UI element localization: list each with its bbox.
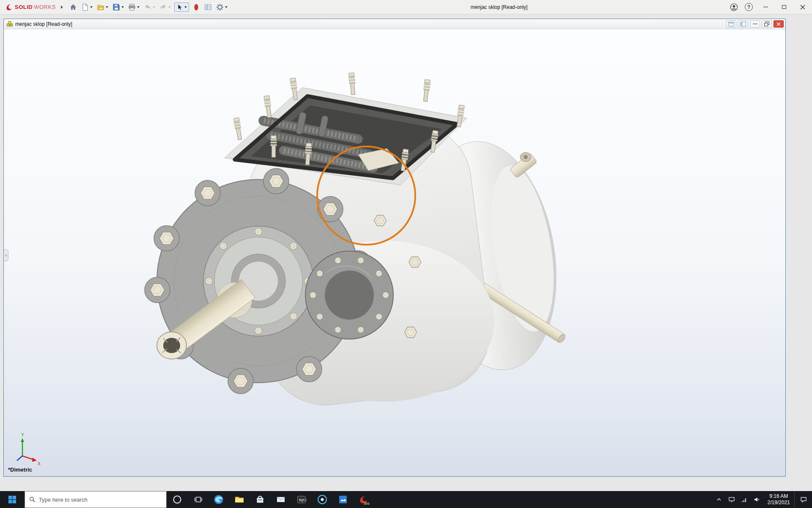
gearbox-model[interactable] <box>145 73 572 412</box>
speaker-icon <box>754 496 760 503</box>
graphics-viewport[interactable]: Y X *Dimetric <box>4 29 785 476</box>
app-client-area: menjac sklop [Read-only] <box>0 14 812 491</box>
account-icon <box>730 3 738 11</box>
redo-button[interactable] <box>157 1 173 13</box>
app-maximize-button[interactable] <box>775 0 793 14</box>
open-button[interactable] <box>95 1 110 13</box>
app-titlebar: SOLIDWORKS <box>0 0 812 14</box>
tray-display-button[interactable] <box>725 491 738 508</box>
y-axis-arrow <box>21 438 24 442</box>
undo-icon <box>144 3 151 11</box>
tray-chevron-button[interactable] <box>713 491 725 508</box>
taskbar-search[interactable] <box>25 491 167 508</box>
taskbar-app-edge[interactable] <box>208 491 229 508</box>
rebuild-button[interactable] <box>190 1 202 13</box>
action-center-button[interactable] <box>794 491 812 508</box>
search-icon <box>29 496 36 503</box>
start-button[interactable] <box>0 491 25 508</box>
document-titlebar[interactable]: menjac sklop [Read-only] <box>4 19 785 29</box>
restore-icon <box>764 22 769 26</box>
clock-time: 9:16 AM <box>768 493 790 500</box>
system-tray: 9:16 AM 2/19/2021 <box>713 491 812 508</box>
windows-logo-icon <box>8 495 16 504</box>
print-button[interactable] <box>126 1 142 13</box>
side-cover <box>305 251 393 339</box>
console-glyph: &gt;_ <box>299 498 307 502</box>
tray-network-button[interactable] <box>738 491 751 508</box>
help-button[interactable]: ? <box>745 3 753 11</box>
taskbar-app-file-explorer[interactable] <box>229 491 250 508</box>
view-orientation-label: *Dimetric <box>8 467 32 473</box>
select-tool-button[interactable] <box>174 3 189 12</box>
taskbar-app-photos[interactable] <box>332 491 353 508</box>
taskbar-app-mail[interactable] <box>270 491 291 508</box>
new-document-button[interactable] <box>79 1 95 13</box>
panel-expand-handle[interactable] <box>4 249 8 261</box>
document-window: menjac sklop [Read-only] <box>3 19 786 477</box>
cortana-button[interactable] <box>167 491 187 508</box>
mail-icon <box>275 494 286 505</box>
brand-works: WORKS <box>34 4 56 10</box>
home-icon <box>69 3 77 11</box>
search-input[interactable] <box>39 497 162 503</box>
dropdown-caret-icon <box>90 6 93 8</box>
solidworks-logo: SOLIDWORKS <box>0 3 59 11</box>
cortana-icon <box>173 495 182 504</box>
dropdown-caret-icon <box>137 6 140 8</box>
doc-minimize-button[interactable] <box>750 20 760 28</box>
z-axis-line <box>17 456 22 461</box>
dropdown-caret-icon <box>106 6 108 8</box>
solidworks-version-badge: 2021 <box>364 502 370 505</box>
dropdown-caret-icon <box>168 6 171 8</box>
minimize-icon <box>763 7 768 7</box>
undo-button[interactable] <box>142 1 157 13</box>
doc-close-button[interactable] <box>774 20 784 28</box>
layout-pane-icon <box>728 22 734 27</box>
app-minimize-button[interactable] <box>756 0 775 14</box>
redo-icon <box>159 3 167 11</box>
task-view-icon <box>193 495 203 504</box>
home-button[interactable] <box>67 1 79 13</box>
photos-icon <box>337 494 348 505</box>
new-document-icon <box>81 3 89 11</box>
print-icon <box>128 3 136 11</box>
tray-volume-button[interactable] <box>751 491 763 508</box>
taskbar-app-media[interactable] <box>312 491 332 508</box>
options-button[interactable] <box>214 1 230 13</box>
layout-split-icon <box>740 22 746 27</box>
close-icon <box>800 5 805 10</box>
3d-model-canvas[interactable]: Y X <box>4 29 785 476</box>
assembly-document-icon <box>6 21 13 27</box>
menu-flyout-chevron-icon[interactable] <box>61 6 63 9</box>
dropdown-caret-icon <box>153 6 155 8</box>
gear-icon <box>216 3 224 11</box>
taskbar-app-console[interactable]: &gt;_ <box>291 491 312 508</box>
taskbar-app-solidworks[interactable]: 2021 <box>353 491 374 508</box>
doc-layout-button-1[interactable] <box>726 20 736 28</box>
task-view-button[interactable] <box>187 491 208 508</box>
doc-restore-button[interactable] <box>762 20 772 28</box>
help-icon: ? <box>747 4 750 10</box>
file-properties-button[interactable] <box>202 1 214 13</box>
media-player-icon <box>317 494 328 505</box>
solidworks-app-icon: 2021 <box>358 494 370 505</box>
edge-browser-icon <box>213 494 224 505</box>
open-folder-icon <box>97 3 104 11</box>
chevron-up-icon <box>716 497 722 502</box>
close-icon <box>776 22 781 26</box>
document-title: menjac sklop [Read-only] <box>15 21 72 27</box>
maximize-icon <box>782 5 786 9</box>
save-icon <box>112 3 120 11</box>
clock-date: 2/19/2021 <box>768 500 790 506</box>
brand-solid: SOLID <box>15 4 33 10</box>
taskbar-app-store[interactable] <box>250 491 270 508</box>
account-button[interactable] <box>730 3 738 11</box>
orientation-triad: Y X <box>17 433 41 466</box>
screen: SOLIDWORKS <box>0 0 812 508</box>
taskbar-clock[interactable]: 9:16 AM 2/19/2021 <box>763 491 794 508</box>
save-button[interactable] <box>110 1 126 13</box>
solidworks-logo-icon <box>5 3 14 11</box>
app-close-button[interactable] <box>793 0 812 14</box>
doc-layout-button-2[interactable] <box>738 20 748 28</box>
select-arrow-icon <box>176 4 183 11</box>
